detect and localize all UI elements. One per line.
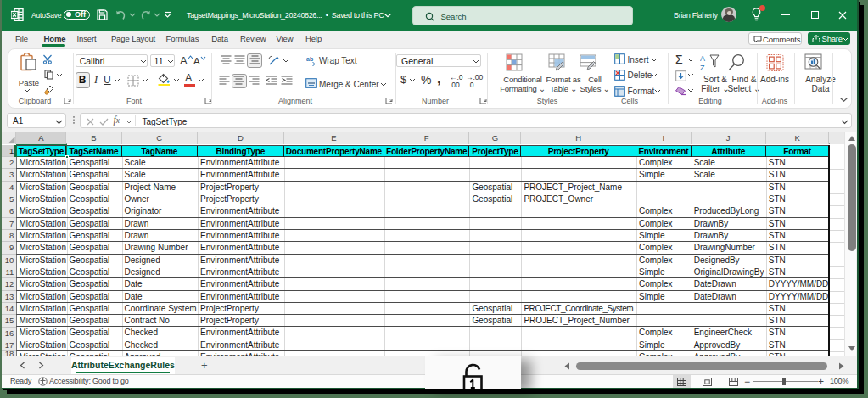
svg-text:A: A <box>700 54 705 63</box>
svg-text:ab: ab <box>306 56 313 62</box>
svg-text:Z: Z <box>700 64 705 72</box>
